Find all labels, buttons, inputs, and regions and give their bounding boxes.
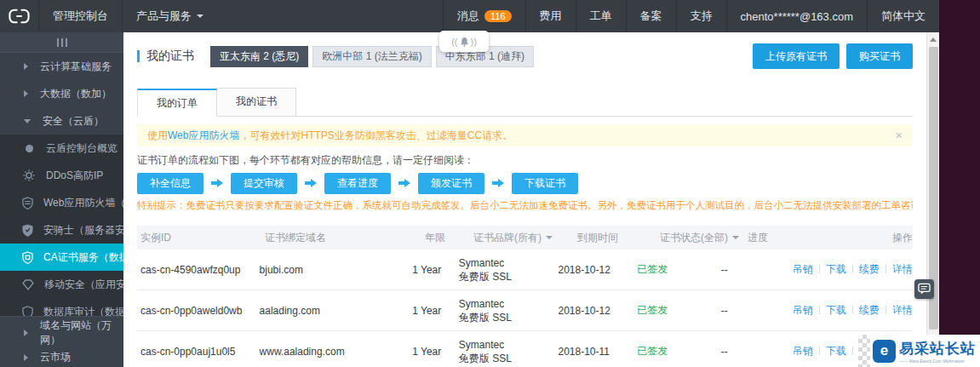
nav-tickets[interactable]: 工单: [576, 0, 626, 32]
page-title: 我的证书: [146, 49, 194, 64]
sidebar-item-ca-cert-service[interactable]: CA证书服务（数据安...: [0, 244, 123, 271]
nav-language[interactable]: 简体中文: [867, 0, 939, 32]
shield-icon: [22, 306, 33, 317]
revoke-link[interactable]: 吊销: [793, 263, 813, 275]
aliyun-logo[interactable]: [0, 0, 39, 32]
col-header-brand-filter[interactable]: 证书品牌(所有): [470, 231, 574, 244]
sidebar-item-mobile-security[interactable]: 移动安全（应用安全）: [0, 271, 123, 298]
notification-bell-widget[interactable]: (( )): [439, 31, 489, 52]
details-link[interactable]: 详情: [892, 304, 913, 316]
brand-line2: 免费版 SSL: [459, 311, 555, 324]
brand-line2: 免费版 SSL: [459, 352, 555, 365]
waf-link[interactable]: Web应用防火墙: [168, 129, 239, 141]
cert-status-badge: 已签发: [633, 262, 718, 277]
flow-step-complete-info[interactable]: 补全信息: [137, 173, 203, 194]
col-header-status-label: 证书状态(全部): [660, 232, 728, 244]
col-header-brand-label: 证书品牌(所有): [473, 232, 542, 244]
download-link[interactable]: 下载: [826, 263, 846, 275]
flow-step-submit-review[interactable]: 提交审核: [231, 173, 297, 194]
chevron-right-icon: [24, 63, 28, 70]
sidebar-group-label: 域名与网站（万网）: [40, 318, 123, 347]
cert-progress: --: [718, 264, 789, 276]
cert-instance-id: cas-cn-0pp0aweld0wb: [137, 305, 256, 317]
sidebar-item-clipped-wrapper: 数据库审计（数据安: [0, 298, 123, 316]
flow-step-view-progress[interactable]: 查看进度: [324, 173, 391, 194]
tab-my-certs[interactable]: 我的证书: [217, 88, 296, 116]
nav-messages[interactable]: 消息 116: [443, 0, 525, 32]
sidebar-item-label: 移动安全（应用安全）: [44, 278, 123, 292]
nav-billing[interactable]: 费用: [525, 0, 576, 32]
vertical-scrollbar[interactable]: [926, 32, 939, 367]
cert-domain: bjubi.com: [256, 264, 410, 276]
watermark-subtitle: —— Www.Easck.Com Webmaster: [899, 358, 976, 364]
sidebar-item-label: Web应用防火墙（网...: [43, 196, 123, 210]
gear-icon: [22, 169, 36, 181]
download-link[interactable]: 下载: [826, 345, 846, 357]
nav-tickets-label: 工单: [590, 9, 612, 24]
waf-notice-banner: 使用Web应用防火墙，可有效针对HTTPS业务防御黑客攻击、过滤海量CC请求。 …: [137, 124, 913, 146]
sidebar-item-anqishi[interactable]: 安骑士（服务器安全）: [0, 216, 123, 244]
renew-link[interactable]: 续费: [859, 263, 880, 275]
message-count-badge: 116: [484, 10, 512, 22]
sidebar-group-bigdata[interactable]: 大数据（数加）: [0, 80, 123, 107]
arrow-right-icon: [492, 179, 504, 187]
sidebar-item-yundun-overview[interactable]: 云盾控制台概览: [0, 135, 123, 162]
cert-status-badge: 已签发: [633, 303, 718, 318]
upload-cert-button[interactable]: 上传原有证书: [753, 43, 840, 69]
sidebar-group-marketplace[interactable]: 云市场: [0, 345, 123, 367]
renew-link[interactable]: 续费: [859, 304, 880, 316]
region-tab-frankfurt[interactable]: 欧洲中部 1 (法兰克福): [312, 46, 431, 67]
table-row: cas-cn-0pp0aweld0wb aalading.com 1 Year …: [137, 290, 913, 331]
nav-account[interactable]: chento******@163.com: [726, 0, 867, 32]
revoke-link[interactable]: 吊销: [793, 345, 813, 357]
navbar-right-group: 消息 116 费用 工单 备案 支持 chento******@163.com …: [443, 0, 939, 32]
region-tab-sydney[interactable]: 亚太东南 2 (悉尼): [210, 46, 308, 67]
download-link[interactable]: 下载: [826, 304, 846, 316]
nav-console-home[interactable]: 管理控制台: [39, 0, 123, 32]
close-icon[interactable]: ×: [896, 129, 903, 141]
bell-wave-left: ((: [451, 37, 457, 47]
sidebar-group-domains[interactable]: 域名与网站（万网）: [0, 320, 123, 345]
sidebar-item-ddos[interactable]: DDoS高防IP: [0, 162, 123, 189]
revoke-link[interactable]: 吊销: [793, 304, 813, 316]
sidebar-group-label: 云计算基础服务: [40, 60, 112, 74]
bell-icon: [460, 37, 469, 47]
sidebar-item-label: CA证书服务（数据安...: [43, 250, 123, 265]
sidebar-item-label: 安骑士（服务器安全）: [43, 223, 123, 238]
divider: [819, 306, 820, 314]
sidebar-security-submenu: 云盾控制台概览 DDoS高防IP Web应用防火墙（网... 安骑士（服务器安全…: [0, 135, 123, 316]
cert-brand: Symantec免费版 SSL: [456, 297, 555, 324]
sidebar-group-security[interactable]: 安全（云盾）: [0, 107, 123, 135]
flow-step-download-cert[interactable]: 下载证书: [512, 173, 578, 194]
special-tip-text: 特别提示：免费证书只要按要求配置验证文件正确，系统就可自动完成签发。后台小二无法…: [137, 199, 913, 212]
order-cert-tabbar: 我的订单 我的证书: [137, 89, 913, 117]
nav-products-menu[interactable]: 产品与服务: [123, 0, 217, 32]
nav-support[interactable]: 支持: [676, 0, 726, 32]
chevron-right-icon: [24, 330, 28, 336]
cert-expire-date: 2018-10-12: [555, 305, 634, 317]
sidebar-group-cloud-computing[interactable]: 云计算基础服务: [0, 53, 123, 80]
chat-widget-button[interactable]: [914, 279, 934, 299]
arrow-right-icon: [305, 179, 317, 187]
flow-step-issue-cert[interactable]: 颁发证书: [418, 173, 484, 194]
brand-line1: Symantec: [459, 297, 555, 311]
arrow-right-icon: [398, 179, 410, 187]
tab-my-orders[interactable]: 我的订单: [137, 89, 217, 117]
page-header: 我的证书 亚太东南 2 (悉尼) 欧洲中部 1 (法兰克福) 中东东部 1 (迪…: [137, 43, 913, 70]
sidebar-item-waf[interactable]: Web应用防火墙（网...: [0, 189, 123, 216]
divider: [852, 265, 853, 273]
sidebar-item-db-audit[interactable]: 数据库审计（数据安: [0, 298, 123, 316]
col-header-status-filter[interactable]: 证书状态(全部): [656, 231, 744, 245]
nav-beian-label: 备案: [640, 9, 662, 24]
details-link[interactable]: 详情: [892, 263, 913, 275]
col-header-progress: 进度: [744, 231, 819, 245]
nav-beian[interactable]: 备案: [626, 0, 676, 32]
cert-progress: --: [718, 305, 789, 317]
cert-flow-steps: 补全信息 提交审核 查看进度 颁发证书 下载证书: [137, 173, 913, 193]
cert-years: 1 Year: [409, 305, 456, 317]
shield-check-icon: [22, 224, 33, 237]
sidebar-collapse-handle[interactable]: [0, 32, 123, 53]
scroll-up-arrow-icon[interactable]: [930, 37, 937, 42]
watermark-brand: 易采站长站: [899, 339, 976, 358]
buy-cert-button[interactable]: 购买证书: [846, 43, 913, 69]
